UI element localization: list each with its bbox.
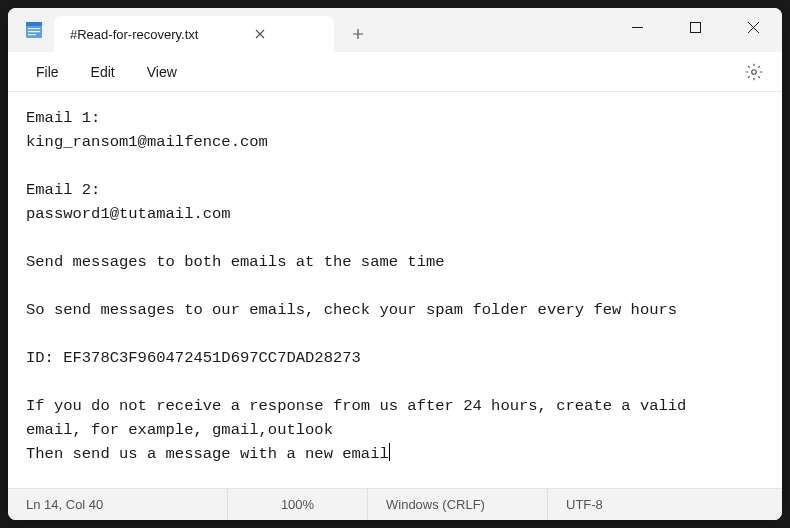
text-editor[interactable]: Email 1: king_ransom1@mailfence.com Emai… bbox=[8, 92, 782, 488]
menu-file[interactable]: File bbox=[20, 58, 75, 86]
menu-view[interactable]: View bbox=[131, 58, 193, 86]
close-tab-icon[interactable] bbox=[248, 22, 272, 46]
svg-rect-3 bbox=[28, 31, 40, 32]
new-tab-button[interactable] bbox=[340, 16, 376, 52]
svg-point-6 bbox=[752, 69, 757, 74]
close-window-button[interactable] bbox=[724, 8, 782, 46]
titlebar: #Read-for-recovery.txt bbox=[8, 8, 782, 52]
window-controls bbox=[608, 8, 782, 52]
settings-button[interactable] bbox=[738, 56, 770, 88]
svg-rect-4 bbox=[28, 34, 36, 35]
menubar: File Edit View bbox=[8, 52, 782, 92]
svg-rect-2 bbox=[28, 28, 40, 29]
notepad-window: #Read-for-recovery.txt File Edit View bbox=[8, 8, 782, 520]
status-cursor-position[interactable]: Ln 14, Col 40 bbox=[8, 489, 228, 520]
document-tab[interactable]: #Read-for-recovery.txt bbox=[54, 16, 334, 52]
statusbar: Ln 14, Col 40 100% Windows (CRLF) UTF-8 bbox=[8, 488, 782, 520]
maximize-button[interactable] bbox=[666, 8, 724, 46]
tab-title: #Read-for-recovery.txt bbox=[70, 27, 198, 42]
menu-edit[interactable]: Edit bbox=[75, 58, 131, 86]
svg-rect-1 bbox=[26, 22, 42, 26]
svg-rect-5 bbox=[690, 22, 700, 32]
editor-content: Email 1: king_ransom1@mailfence.com Emai… bbox=[26, 109, 686, 463]
status-line-ending[interactable]: Windows (CRLF) bbox=[368, 489, 548, 520]
minimize-button[interactable] bbox=[608, 8, 666, 46]
notepad-app-icon bbox=[24, 20, 44, 40]
text-caret bbox=[389, 443, 390, 461]
status-encoding[interactable]: UTF-8 bbox=[548, 489, 782, 520]
status-zoom[interactable]: 100% bbox=[228, 489, 368, 520]
